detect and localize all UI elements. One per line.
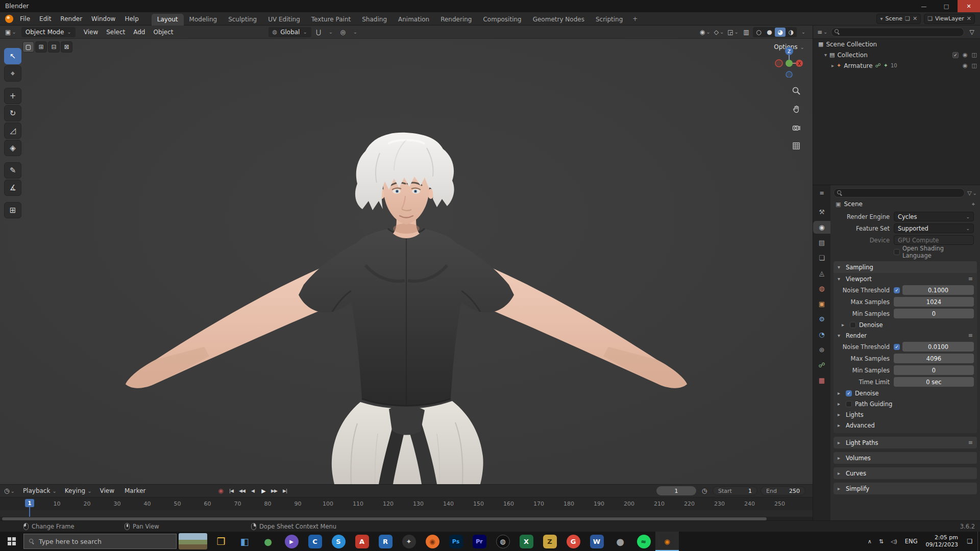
sampling-panel-header[interactable]: ▾ Sampling xyxy=(834,261,977,273)
zoom-icon[interactable] xyxy=(790,85,802,97)
path-guiding-checkbox[interactable] xyxy=(846,401,852,407)
timeline-editor-type-button[interactable]: ◷ ⌄ xyxy=(3,486,16,496)
hidden-icons-chevron[interactable]: ∧ xyxy=(864,538,875,545)
timeline-ruler[interactable]: 1020304050607080901001101201301401501601… xyxy=(0,497,813,510)
viewport-denoise-checkbox[interactable] xyxy=(850,322,856,328)
light-paths-panel-header[interactable]: ▸ Light Paths ≡ xyxy=(834,437,977,448)
time-limit-field[interactable]: 0 sec xyxy=(894,377,974,387)
timeline-menu[interactable]: Playback⌄ xyxy=(19,486,61,496)
advanced-header[interactable]: ▸ Advanced xyxy=(834,420,977,431)
tab-output[interactable]: ▤ xyxy=(813,236,830,249)
ortho-grid-icon[interactable] xyxy=(790,140,802,152)
prev-keyframe-button[interactable]: ◀◀ xyxy=(237,486,247,495)
transform-tool[interactable]: ◈ xyxy=(4,140,21,156)
tab-modifiers[interactable]: ⚙ xyxy=(813,313,830,325)
unlink-scene-icon[interactable]: ✕ xyxy=(913,15,917,22)
feature-set-dropdown[interactable]: Supported ⌄ xyxy=(894,223,974,233)
disclosure-icon[interactable]: ▸ xyxy=(831,63,834,68)
workspace-tab[interactable]: Scripting xyxy=(590,14,628,26)
scene-selector[interactable]: ▾ Scene ❏ ✕ xyxy=(876,14,921,24)
snap-toggle[interactable]: ⋃ xyxy=(313,27,324,37)
workspace-tab[interactable]: Shading xyxy=(356,14,393,26)
viewport-menu[interactable]: Select xyxy=(102,27,129,37)
menubar-menu[interactable]: Edit xyxy=(35,14,56,24)
annotate-tool[interactable]: ✎ xyxy=(4,162,21,179)
workspace-tab[interactable]: Rendering xyxy=(435,14,477,26)
osl-checkbox[interactable] xyxy=(894,249,900,255)
render-noise-threshold-field[interactable]: 0.0100 xyxy=(902,342,974,352)
pan-hand-icon[interactable] xyxy=(790,103,802,115)
presets-menu-icon[interactable]: ≡ xyxy=(968,332,973,339)
hide-eye-icon[interactable]: ◉ xyxy=(963,62,968,69)
tab-physics[interactable]: ◔ xyxy=(813,328,830,341)
workspace-tab[interactable]: UV Editing xyxy=(262,14,306,26)
simplify-panel-header[interactable]: ▸ Simplify xyxy=(834,483,977,494)
menubar-menu[interactable]: Window xyxy=(87,14,120,24)
workspace-tab[interactable]: Layout xyxy=(152,14,184,26)
workspace-tab[interactable]: Modeling xyxy=(184,14,223,26)
workspace-tab[interactable]: Sculpting xyxy=(223,14,262,26)
denoise-header[interactable]: ▸ ✓ Denoise xyxy=(834,388,977,398)
viewlayer-selector[interactable]: ❏ ViewLayer ✕ xyxy=(924,14,975,24)
timeline-ruler-area[interactable]: 1020304050607080901001101201301401501601… xyxy=(0,497,813,521)
sampling-render-header[interactable]: ▾ Render ≡ xyxy=(834,330,977,341)
outliner-row-scene-collection[interactable]: ▦ Scene Collection xyxy=(813,39,980,49)
timeline-menu[interactable]: View xyxy=(96,486,120,496)
device-dropdown[interactable]: GPU Compute xyxy=(894,235,974,245)
notification-center-icon[interactable]: ❏ xyxy=(962,532,977,551)
auto-key-record-button[interactable]: ◉ xyxy=(216,486,225,495)
add-cube-tool[interactable]: ⊞ xyxy=(4,202,21,218)
viewport-menu[interactable]: View xyxy=(80,27,102,37)
workspace-tab[interactable]: Texture Paint xyxy=(306,14,356,26)
select-mode-button[interactable]: ⊟ xyxy=(48,41,60,53)
workspace-tab[interactable]: Compositing xyxy=(477,14,527,26)
viewport-3d[interactable]: ▣ ⌄ Object Mode ⌄ ViewSelectAddObject ◍ … xyxy=(0,26,813,484)
show-desktop-button[interactable] xyxy=(977,532,980,551)
next-keyframe-button[interactable]: ▶▶ xyxy=(269,486,279,495)
move-tool[interactable]: + xyxy=(4,88,21,104)
disclosure-icon[interactable]: ▾ xyxy=(824,52,827,58)
tab-world[interactable]: ◍ xyxy=(813,282,830,295)
viewport-min-samples-field[interactable]: 0 xyxy=(894,309,974,318)
editor-type-button[interactable]: ▣ ⌄ xyxy=(4,27,17,37)
search-input[interactable] xyxy=(39,538,171,545)
tab-scene[interactable]: ◬ xyxy=(813,267,830,280)
close-button[interactable]: ✕ xyxy=(958,0,980,12)
select-mode-button[interactable]: ⊞ xyxy=(35,41,47,53)
new-scene-icon[interactable]: ❏ xyxy=(905,15,910,22)
viewport-noise-threshold-field[interactable]: 0.1000 xyxy=(902,285,974,295)
snap-dropdown[interactable]: ⌄ xyxy=(326,27,336,37)
select-mode-button[interactable]: ▢ xyxy=(22,41,34,53)
sampling-viewport-header[interactable]: ▾ Viewport ≡ xyxy=(834,273,977,284)
play-button[interactable]: ▶ xyxy=(258,486,268,495)
tab-tool[interactable]: ⚒ xyxy=(813,206,830,218)
navigation-gizmo[interactable]: Z X xyxy=(773,45,805,78)
jump-to-start-button[interactable]: |◀ xyxy=(226,486,236,495)
playhead[interactable]: 1 xyxy=(25,499,34,507)
presets-menu-icon[interactable]: ≡ xyxy=(968,276,973,282)
news-widget-thumbnail[interactable] xyxy=(179,533,207,549)
camera-view-icon[interactable] xyxy=(790,121,802,134)
start-frame-field[interactable]: Start 1 xyxy=(713,486,757,495)
remove-viewlayer-icon[interactable]: ✕ xyxy=(967,15,971,22)
shading-dropdown[interactable]: ⌄ xyxy=(798,27,808,37)
denoise-checkbox[interactable]: ✓ xyxy=(846,390,852,396)
tab-render[interactable]: ◉ xyxy=(813,221,830,234)
measure-tool[interactable]: ∡ xyxy=(4,180,21,196)
end-frame-field[interactable]: End 250 xyxy=(761,486,805,495)
cursor-tool[interactable]: ⌖ xyxy=(4,65,21,82)
outliner-filter-icon[interactable]: ▽ xyxy=(967,27,977,37)
proportional-edit-toggle[interactable]: ◎ xyxy=(338,27,348,37)
xray-toggle[interactable]: ▥ xyxy=(741,27,751,37)
render-camera-icon[interactable]: ◫ xyxy=(972,52,977,58)
properties-search-input[interactable] xyxy=(834,188,965,197)
jump-to-end-button[interactable]: ▶| xyxy=(280,486,289,495)
shading-solid-button[interactable]: ● xyxy=(764,28,775,37)
workspace-tab[interactable]: Geometry Nodes xyxy=(527,14,590,26)
mode-dropdown[interactable]: Object Mode ⌄ xyxy=(21,27,76,37)
viewport-menu[interactable]: Add xyxy=(129,27,149,37)
gizmos-dropdown[interactable]: ◇⌄ xyxy=(713,27,725,37)
rotate-tool[interactable]: ↻ xyxy=(4,105,21,121)
collection-checkbox[interactable]: ✓ xyxy=(952,52,959,58)
workspace-tab[interactable]: Animation xyxy=(393,14,435,26)
